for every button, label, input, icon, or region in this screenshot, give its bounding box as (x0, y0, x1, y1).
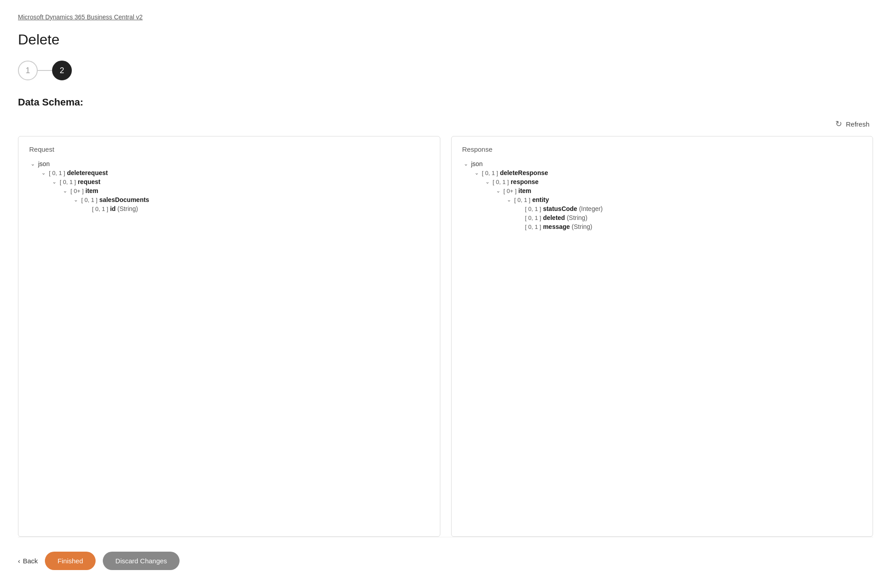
refresh-icon: ↻ (835, 119, 842, 129)
chevron-icon[interactable]: ⌄ (61, 188, 69, 194)
response-panel-label: Response (462, 145, 862, 153)
tree-row: ⌄ [ 0+ ] item (61, 186, 149, 195)
tree-children: [ 0, 1 ] id (String) (72, 204, 149, 213)
request-tree: ⌄ json ⌄ [ 0, 1 ] deleterequest ⌄ [ 0, (29, 159, 429, 213)
schema-panels: Request ⌄ json ⌄ [ 0, 1 ] deleterequest (18, 136, 873, 537)
chevron-icon[interactable]: ⌄ (484, 179, 491, 185)
node-name-json: json (471, 160, 483, 167)
tree-row: ⌄ [ 0, 1 ] deleterequest (40, 168, 149, 177)
chevron-icon[interactable]: ⌄ (505, 197, 513, 203)
chevron-icon[interactable]: ⌄ (29, 161, 36, 167)
step-1[interactable]: 1 (18, 61, 38, 80)
steps-container: 1 2 (18, 61, 873, 80)
tree-row: ⌄ [ 0+ ] item (495, 186, 603, 195)
tree-row: ⌄ json (462, 159, 483, 168)
chevron-icon[interactable]: ⌄ (40, 170, 47, 176)
response-tree: ⌄ json ⌄ [ 0, 1 ] deleteResponse ⌄ [ 0 (462, 159, 862, 231)
tree-row: ⌄ [ 0, 1 ] request (51, 177, 149, 186)
tree-row: ⌄ [ 0, 1 ] response (484, 177, 603, 186)
tree-row: [ 0, 1 ] message (String) (516, 222, 603, 231)
refresh-bar: ↻ Refresh (18, 117, 873, 131)
tree-row: ⌄ json (29, 159, 50, 168)
tree-row: [ 0, 1 ] deleted (String) (516, 213, 603, 222)
node-name-json: json (38, 160, 50, 167)
response-panel: Response ⌄ json ⌄ [ 0, 1 ] deleteRespons… (451, 136, 873, 537)
tree-row: [ 0, 1 ] statusCode (Integer) (516, 204, 603, 213)
tree-row: ⌄ [ 0, 1 ] deleteResponse (473, 168, 603, 177)
tree-row: [ 0, 1 ] id (String) (83, 204, 149, 213)
breadcrumb[interactable]: Microsoft Dynamics 365 Business Central … (18, 13, 873, 21)
tree-children: ⌄ [ 0, 1 ] request ⌄ [ 0+ ] item (40, 177, 149, 213)
tree-children: ⌄ [ 0+ ] item ⌄ [ 0, 1 ] salesDocuments (51, 186, 149, 213)
chevron-icon[interactable]: ⌄ (473, 170, 480, 176)
finished-button[interactable]: Finished (45, 552, 96, 570)
tree-row: ⌄ [ 0, 1 ] entity (505, 195, 603, 204)
chevron-icon[interactable]: ⌄ (51, 179, 58, 185)
refresh-button[interactable]: ↻ Refresh (832, 117, 873, 131)
tree-children: [ 0, 1 ] statusCode (Integer) [ 0, 1 ] d… (505, 204, 603, 231)
tree-children: ⌄ [ 0, 1 ] entity [ 0, 1 ] stat (495, 195, 603, 231)
data-schema-title: Data Schema: (18, 97, 873, 108)
tree-children: ⌄ [ 0+ ] item ⌄ [ 0, 1 ] entity (484, 186, 603, 231)
back-button[interactable]: ‹ Back (18, 557, 38, 565)
tree-row: ⌄ [ 0, 1 ] salesDocuments (72, 195, 149, 204)
footer: ‹ Back Finished Discard Changes (18, 537, 873, 570)
tree-children: ⌄ [ 0, 1 ] deleterequest ⌄ [ 0, 1 ] requ… (29, 168, 149, 213)
step-connector (38, 70, 52, 71)
tree-children: ⌄ [ 0, 1 ] response ⌄ [ 0+ ] item (473, 177, 603, 231)
page-title: Delete (18, 31, 873, 48)
chevron-icon[interactable]: ⌄ (72, 197, 79, 203)
tree-children: ⌄ [ 0, 1 ] deleteResponse ⌄ [ 0, 1 ] res… (462, 168, 603, 231)
step-2[interactable]: 2 (52, 61, 72, 80)
discard-changes-button[interactable]: Discard Changes (103, 552, 180, 570)
request-panel: Request ⌄ json ⌄ [ 0, 1 ] deleterequest (18, 136, 440, 537)
chevron-icon[interactable]: ⌄ (462, 161, 470, 167)
back-chevron-icon: ‹ (18, 557, 20, 565)
request-panel-label: Request (29, 145, 429, 153)
chevron-icon[interactable]: ⌄ (495, 188, 502, 194)
tree-children: ⌄ [ 0, 1 ] salesDocuments [ 0, 1 ] (61, 195, 149, 213)
